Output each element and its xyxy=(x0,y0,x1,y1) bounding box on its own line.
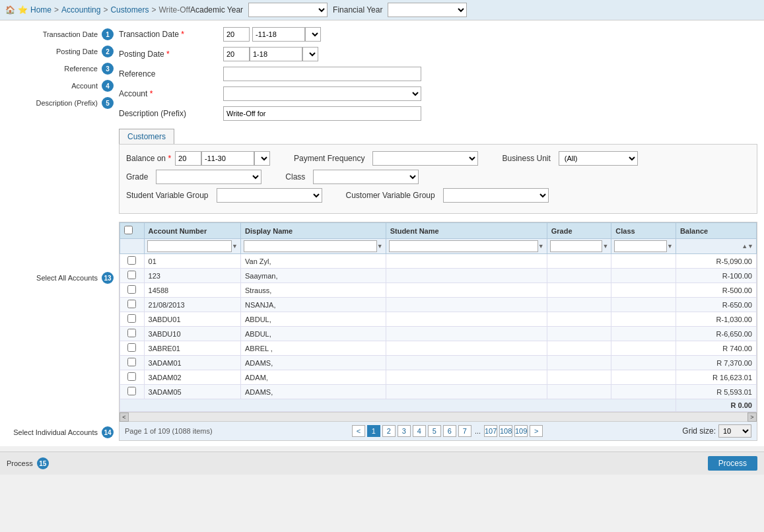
row-grade-7 xyxy=(547,356,611,370)
customer-variable-group-item: Customer Variable Group xyxy=(346,188,549,203)
posting-date-dropdown[interactable]: ▼ xyxy=(302,47,318,61)
customer-variable-group-select[interactable] xyxy=(443,188,549,203)
filter-account-icon[interactable]: ▼ xyxy=(232,243,238,249)
row-class-2 xyxy=(611,283,676,298)
row-checkbox-9[interactable] xyxy=(127,387,136,395)
row-balance-8: R 16,623.01 xyxy=(676,370,756,385)
row-checkbox-4[interactable] xyxy=(127,314,136,323)
page-6[interactable]: 6 xyxy=(443,425,456,437)
page-107[interactable]: 107 xyxy=(484,425,497,437)
row-checkbox-6[interactable] xyxy=(127,343,136,352)
breadcrumb-sep3: > xyxy=(151,5,156,15)
reference-row: Reference xyxy=(119,65,757,83)
posting-date-field[interactable]: ▼ xyxy=(223,47,318,61)
balance-date-dropdown[interactable]: ▼ xyxy=(254,151,270,166)
badge-5: 5 xyxy=(102,97,114,109)
filter-student-icon[interactable]: ▼ xyxy=(538,243,544,249)
page-1[interactable]: 1 xyxy=(367,425,380,437)
scroll-left-btn[interactable]: < xyxy=(120,413,129,422)
balance-date-field[interactable]: ▼ xyxy=(175,151,270,166)
filter-display-icon[interactable]: ▼ xyxy=(377,243,383,249)
filter-th-grade: ▼ xyxy=(547,239,611,254)
row-checkbox-cell xyxy=(120,327,145,341)
page-4[interactable]: 4 xyxy=(413,425,426,437)
class-item: Class xyxy=(285,170,419,184)
horizontal-scrollbar[interactable]: < > xyxy=(119,413,757,422)
filter-row-3: Student Variable Group Customer Variable… xyxy=(126,188,750,203)
description-input[interactable] xyxy=(223,106,421,121)
scroll-track[interactable] xyxy=(129,413,747,421)
filter-class-icon[interactable]: ▼ xyxy=(667,243,673,249)
row-account-4: 3ABDU01 xyxy=(144,312,240,327)
page-5[interactable]: 5 xyxy=(428,425,441,437)
row-checkbox-0[interactable] xyxy=(127,256,136,265)
page-3[interactable]: 3 xyxy=(398,425,411,437)
page-next-btn[interactable]: > xyxy=(530,425,543,437)
th-checkbox[interactable] xyxy=(120,223,145,239)
row-checkbox-cell xyxy=(120,385,145,399)
breadcrumb-home[interactable]: Home xyxy=(30,5,52,15)
transaction-date-dropdown[interactable]: ▼ xyxy=(305,27,321,42)
row-checkbox-cell xyxy=(120,254,145,269)
transaction-date-field[interactable]: ▼ xyxy=(223,27,321,42)
page-108[interactable]: 108 xyxy=(499,425,512,437)
posting-date-input1[interactable] xyxy=(223,47,250,61)
table-row: 21/08/2013 NSANJA, R-650.00 xyxy=(120,298,757,312)
posting-date-input2[interactable] xyxy=(250,47,302,61)
class-select[interactable] xyxy=(313,170,419,184)
balance-date-input1[interactable] xyxy=(175,151,201,166)
posting-date-annotation: Posting Date xyxy=(56,48,98,55)
customers-tab[interactable]: Customers xyxy=(119,129,174,144)
th-student-name: Student Name xyxy=(386,223,547,239)
scroll-right-btn[interactable]: > xyxy=(747,413,757,422)
business-unit-select[interactable]: (All) xyxy=(559,151,638,166)
breadcrumb-accounting[interactable]: Accounting xyxy=(61,5,100,15)
row-checkbox-1[interactable] xyxy=(127,271,136,279)
filter-grade-input[interactable] xyxy=(550,240,603,252)
page-prev-btn[interactable]: < xyxy=(352,425,365,437)
row-checkbox-8[interactable] xyxy=(127,372,136,381)
filter-display-input[interactable] xyxy=(244,240,377,252)
balance-on-item: Balance on * ▼ xyxy=(126,151,270,166)
row-checkbox-3[interactable] xyxy=(127,300,136,308)
row-class-5 xyxy=(611,327,676,341)
page-7[interactable]: 7 xyxy=(458,425,471,437)
row-checkbox-5[interactable] xyxy=(127,329,136,337)
transaction-date-input1[interactable] xyxy=(223,27,250,42)
filter-student-input[interactable] xyxy=(389,240,538,252)
row-checkbox-cell xyxy=(120,356,145,370)
data-table: Account Number Display Name Student Name… xyxy=(120,222,757,412)
row-grade-3 xyxy=(547,298,611,312)
filter-balance-down[interactable]: ▼ xyxy=(747,243,753,249)
filter-class-input[interactable] xyxy=(614,240,667,252)
process-button[interactable]: Process xyxy=(708,456,757,471)
academic-year-select[interactable] xyxy=(248,3,328,17)
th-account-number: Account Number xyxy=(144,223,240,239)
page-2[interactable]: 2 xyxy=(382,425,396,437)
description-row: Description (Prefix) xyxy=(119,105,757,122)
filter-grade-icon[interactable]: ▼ xyxy=(602,243,608,249)
row-display-3: NSANJA, xyxy=(241,298,386,312)
row-checkbox-2[interactable] xyxy=(127,285,136,294)
row-display-7: ADAMS, xyxy=(241,356,386,370)
filter-th-student: ▼ xyxy=(386,239,547,254)
account-select[interactable] xyxy=(223,86,421,101)
select-all-checkbox[interactable] xyxy=(124,226,133,234)
filter-account-input[interactable] xyxy=(147,240,232,252)
row-display-6: ABREL , xyxy=(241,341,386,356)
grade-select[interactable] xyxy=(156,170,261,184)
table-row: 3ABRE01 ABREL , R 740.00 xyxy=(120,341,757,356)
row-checkbox-7[interactable] xyxy=(127,358,136,366)
filter-balance-up[interactable]: ▲ xyxy=(742,243,747,249)
payment-frequency-select[interactable] xyxy=(372,151,478,166)
balance-date-input2[interactable] xyxy=(201,151,254,166)
breadcrumb-customers[interactable]: Customers xyxy=(110,5,149,15)
transaction-date-input2[interactable] xyxy=(252,27,305,42)
reference-input[interactable] xyxy=(223,67,421,81)
grid-size-select[interactable]: 10 25 50 xyxy=(718,424,751,438)
financial-year-select[interactable] xyxy=(388,3,467,17)
student-variable-group-select[interactable] xyxy=(217,188,322,203)
account-field-label: Account * xyxy=(119,89,218,98)
breadcrumb: 🏠 ⭐ Home > Accounting > Customers > Writ… xyxy=(5,5,190,15)
page-109[interactable]: 109 xyxy=(514,425,528,437)
